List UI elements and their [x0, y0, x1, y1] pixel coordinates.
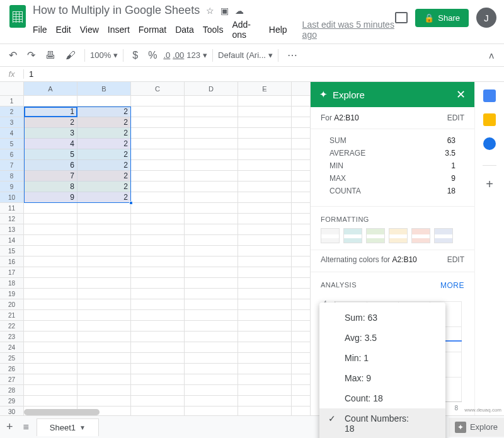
cell[interactable] [131, 203, 185, 213]
cell[interactable] [131, 160, 185, 170]
cell[interactable]: 2 [77, 160, 131, 170]
cell[interactable] [185, 267, 238, 277]
cell[interactable] [185, 182, 238, 192]
cell[interactable] [185, 235, 238, 245]
quick-sum-option[interactable]: Avg: 3.5 [319, 328, 445, 348]
cell[interactable] [24, 278, 77, 288]
cell[interactable] [185, 160, 238, 170]
row-header[interactable]: 25 [0, 353, 24, 363]
cell[interactable] [185, 385, 238, 395]
col-header-a[interactable]: A [24, 82, 77, 95]
cell[interactable] [185, 171, 238, 181]
row-header[interactable]: 26 [0, 364, 24, 374]
undo-icon[interactable]: ↶ [5, 47, 21, 64]
color-swatch[interactable] [321, 228, 340, 243]
cell[interactable] [185, 192, 238, 202]
add-sheet-icon[interactable]: + [0, 420, 20, 434]
color-swatch[interactable] [343, 228, 362, 243]
cell[interactable] [24, 246, 77, 256]
cell[interactable] [131, 182, 185, 192]
cell[interactable] [238, 331, 292, 342]
cell[interactable] [131, 331, 185, 342]
cell[interactable]: 2 [77, 149, 131, 159]
font-dropdown[interactable]: Default (Ari... ▾ [218, 50, 273, 60]
sheet-menu-icon[interactable]: ▼ [79, 424, 86, 431]
horizontal-scrollbar[interactable] [24, 409, 100, 415]
cell[interactable] [131, 192, 185, 202]
cell[interactable] [185, 331, 238, 342]
row-header[interactable]: 18 [0, 278, 24, 288]
row-header[interactable]: 9 [0, 182, 24, 192]
menu-format[interactable]: Format [139, 25, 166, 35]
formula-input[interactable]: 1 [24, 69, 33, 79]
cell[interactable]: 2 [77, 107, 131, 117]
cell[interactable] [24, 353, 77, 363]
cell[interactable] [131, 107, 185, 117]
analysis-more-button[interactable]: MORE [440, 281, 464, 290]
cell[interactable] [77, 203, 131, 213]
row-header[interactable]: 7 [0, 160, 24, 170]
cell[interactable] [238, 192, 292, 202]
cell[interactable] [131, 396, 185, 406]
cell[interactable] [131, 278, 185, 288]
cell[interactable] [131, 374, 185, 384]
cell[interactable]: 8 [24, 182, 77, 192]
cell[interactable] [238, 139, 292, 149]
row-header[interactable]: 19 [0, 289, 24, 299]
menu-view[interactable]: View [80, 25, 99, 35]
cell[interactable] [24, 235, 77, 245]
cell[interactable] [24, 214, 77, 224]
cell[interactable] [238, 342, 292, 352]
quick-sum-option[interactable]: Count Numbers: 18 [319, 408, 445, 438]
color-swatch[interactable] [389, 228, 408, 243]
explore-button[interactable]: ✦ Explore [449, 418, 504, 437]
number-format-dropdown[interactable]: 123▾ [186, 50, 207, 60]
cell[interactable]: 2 [77, 192, 131, 202]
cell[interactable] [185, 321, 238, 331]
cell[interactable] [24, 96, 77, 106]
menu-edit[interactable]: Edit [56, 25, 71, 35]
cell[interactable] [77, 342, 131, 352]
col-header-c[interactable]: C [131, 82, 185, 95]
cell[interactable] [131, 321, 185, 331]
row-header[interactable]: 1 [0, 96, 24, 106]
cell[interactable] [238, 149, 292, 159]
cell[interactable] [238, 246, 292, 256]
cell[interactable] [24, 396, 77, 406]
move-icon[interactable]: ▣ [220, 6, 229, 16]
cell[interactable] [77, 214, 131, 224]
cell[interactable] [185, 310, 238, 320]
color-swatch[interactable] [434, 228, 453, 243]
close-icon[interactable]: ✕ [456, 88, 466, 101]
cell[interactable]: 2 [77, 171, 131, 181]
row-header[interactable]: 17 [0, 267, 24, 277]
cell[interactable]: 2 [77, 128, 131, 138]
cell[interactable] [185, 246, 238, 256]
cell[interactable] [131, 364, 185, 374]
cell[interactable] [77, 396, 131, 406]
cell[interactable] [77, 267, 131, 277]
cell[interactable] [238, 224, 292, 234]
cell[interactable] [238, 214, 292, 224]
cell[interactable] [185, 396, 238, 406]
quick-sum-option[interactable]: Min: 1 [319, 348, 445, 368]
cell[interactable] [24, 299, 77, 309]
menu-file[interactable]: File [33, 25, 47, 35]
menu-insert[interactable]: Insert [108, 25, 130, 35]
cell[interactable] [238, 396, 292, 406]
cell[interactable] [185, 342, 238, 352]
percent-button[interactable]: % [144, 47, 161, 64]
edit-range-button[interactable]: EDIT [447, 113, 464, 122]
row-header[interactable]: 28 [0, 385, 24, 395]
col-header-b[interactable]: B [77, 82, 131, 95]
row-header[interactable]: 23 [0, 331, 24, 342]
row-header[interactable]: 21 [0, 310, 24, 320]
cell[interactable]: 7 [24, 171, 77, 181]
row-header[interactable]: 10 [0, 192, 24, 202]
row-header[interactable]: 6 [0, 149, 24, 159]
cell[interactable]: 9 [24, 192, 77, 202]
cell[interactable] [131, 128, 185, 138]
color-swatch[interactable] [366, 228, 385, 243]
cell[interactable] [131, 96, 185, 106]
cell[interactable] [238, 278, 292, 288]
